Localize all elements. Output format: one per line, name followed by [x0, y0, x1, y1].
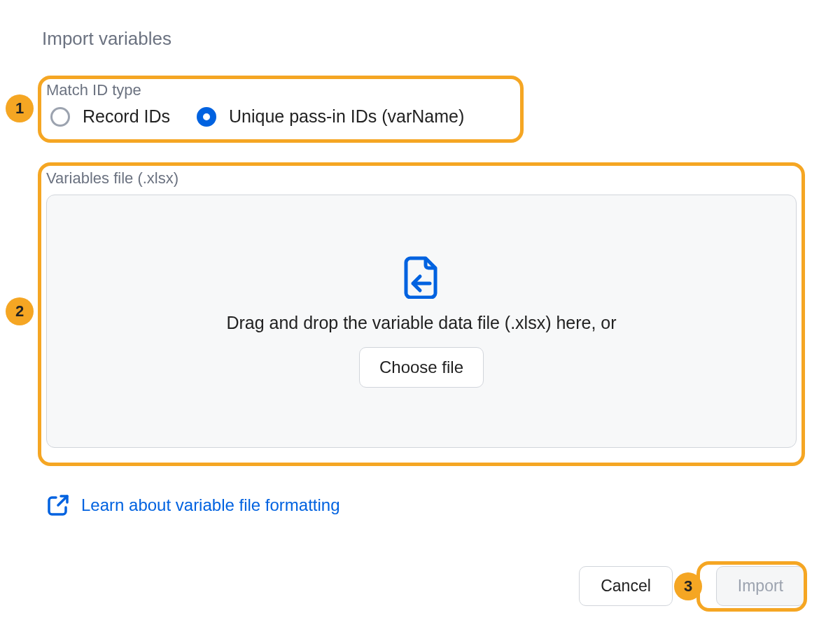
match-id-section: Match ID type Record IDs Unique pass-in …	[46, 81, 517, 127]
variables-file-label: Variables file (.xlsx)	[46, 169, 797, 188]
radio-label: Unique pass-in IDs (varName)	[229, 106, 464, 127]
file-drop-zone[interactable]: Drag and drop the variable data file (.x…	[46, 195, 797, 448]
file-import-icon	[402, 255, 441, 299]
radio-icon	[197, 107, 216, 127]
radio-option-record-ids[interactable]: Record IDs	[50, 106, 170, 127]
callout-badge-2: 2	[6, 297, 34, 325]
callout-badge-3: 3	[674, 572, 702, 600]
import-variables-dialog: Import variables Match ID type Record ID…	[0, 0, 840, 634]
radio-option-unique-passin[interactable]: Unique pass-in IDs (varName)	[197, 106, 464, 127]
cancel-button[interactable]: Cancel	[579, 566, 673, 606]
radio-icon	[50, 107, 70, 127]
match-id-radio-group: Record IDs Unique pass-in IDs (varName)	[46, 106, 517, 127]
variables-file-section: Variables file (.xlsx) Drag and drop the…	[46, 169, 797, 448]
learn-formatting-link[interactable]: Learn about variable file formatting	[81, 495, 340, 515]
drop-zone-text: Drag and drop the variable data file (.x…	[226, 313, 616, 333]
external-link-icon	[46, 493, 70, 517]
learn-link-row: Learn about variable file formatting	[46, 493, 340, 517]
match-id-label: Match ID type	[46, 81, 517, 99]
callout-badge-1: 1	[6, 94, 34, 122]
choose-file-button[interactable]: Choose file	[359, 347, 484, 388]
import-button[interactable]: Import	[716, 566, 805, 606]
radio-label: Record IDs	[83, 106, 170, 127]
dialog-title: Import variables	[42, 28, 805, 50]
